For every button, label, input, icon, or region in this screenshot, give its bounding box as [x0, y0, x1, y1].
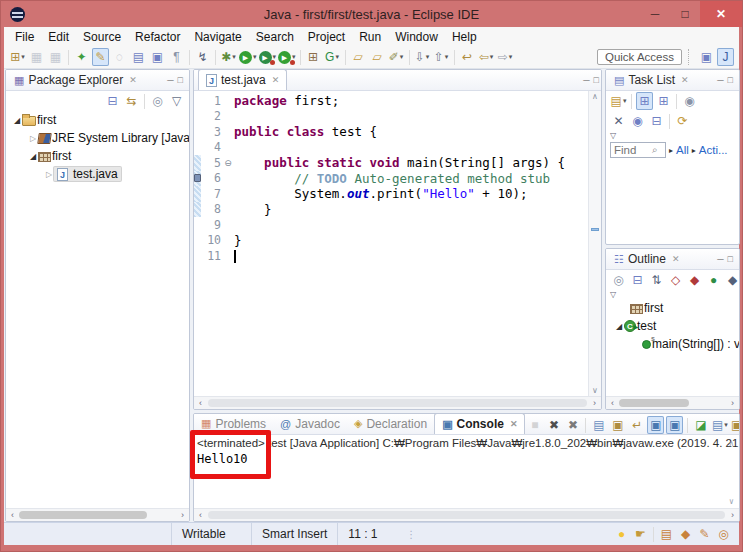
sort-icon[interactable]: ⇅ — [648, 271, 665, 289]
dropdown-arrow-icon[interactable]: ▾ — [724, 421, 728, 429]
filter-all-link[interactable]: All — [676, 144, 689, 156]
toolbar-overflow-chevron[interactable]: ▽ — [606, 131, 739, 140]
maximize-button[interactable]: □ — [670, 1, 700, 27]
collapse-all-icon[interactable]: ⊟ — [629, 271, 646, 289]
next-annotation-icon[interactable]: ⇩▾ — [414, 48, 431, 66]
link-editor-icon[interactable]: ⇆ — [123, 92, 140, 110]
close-view-icon[interactable]: ✕ — [681, 75, 689, 85]
dropdown-arrow-icon[interactable]: ▾ — [253, 53, 257, 61]
view-menu-icon[interactable]: ▽ — [168, 92, 185, 110]
minimize-editor-icon[interactable]: ─ — [583, 75, 589, 85]
console-vscrollbar[interactable]: ∧ ∨ — [726, 437, 737, 508]
minimize-button[interactable]: ─ — [640, 1, 670, 27]
outline-item-package[interactable]: first — [606, 299, 739, 317]
menu-run[interactable]: Run — [352, 29, 388, 45]
scrollbar-thumb[interactable] — [208, 511, 725, 519]
minimize-view-icon[interactable]: ─ — [717, 254, 723, 264]
scroll-right-icon[interactable]: › — [176, 510, 189, 520]
scroll-right-icon[interactable]: › — [726, 510, 739, 520]
skip-breakpoints-icon[interactable]: ◌ — [111, 48, 128, 66]
new-java-project-icon[interactable]: ⊞ — [305, 48, 322, 66]
filter-completed-icon[interactable]: ✕ — [610, 112, 627, 130]
dropdown-arrow-icon[interactable]: ▾ — [232, 53, 236, 61]
dropdown-arrow-icon[interactable]: ▾ — [400, 53, 404, 61]
collapsed-caret-icon[interactable]: ▷ — [44, 170, 54, 179]
outline-item-method[interactable]: s main(String[]) : vo — [606, 335, 739, 353]
outline-tab[interactable]: ☷ Outline ✕ — [610, 249, 683, 269]
activate-link[interactable]: Acti... — [699, 144, 728, 156]
people-icon[interactable]: ◉ — [629, 112, 646, 130]
coverage-icon[interactable]: ▶▾ — [259, 48, 277, 66]
menu-navigate[interactable]: Navigate — [187, 29, 248, 45]
search-icon[interactable]: ✐▾ — [388, 48, 405, 66]
console-hscrollbar[interactable]: ‹ › — [194, 508, 739, 521]
explorer-hscrollbar[interactable]: ‹ › — [6, 508, 189, 521]
scroll-down-icon[interactable]: ∨ — [592, 386, 598, 395]
open-perspective-icon[interactable]: ▣ — [698, 48, 715, 66]
outline-tree[interactable]: first ◢ C▶ test s main(String[]) : vo — [606, 299, 739, 396]
open-resource-icon[interactable]: ▱ — [369, 48, 386, 66]
tip-icon[interactable]: ☛ — [632, 525, 649, 543]
selected-tree-item[interactable]: J test.java — [54, 167, 121, 181]
prev-annotation-icon[interactable]: ⇧▾ — [433, 48, 450, 66]
show-whitespace-icon[interactable]: ¶ — [168, 48, 185, 66]
categorized-view-icon[interactable]: ⊞ — [636, 92, 653, 110]
close-tab-icon[interactable]: ✕ — [272, 75, 280, 85]
profile-icon[interactable]: ▶▾ — [278, 48, 296, 66]
menu-window[interactable]: Window — [388, 29, 445, 45]
run-icon[interactable]: ▶▾ — [239, 48, 257, 66]
book-icon[interactable]: ▤ — [658, 525, 675, 543]
maximize-view-icon[interactable]: □ — [728, 75, 733, 85]
debug-icon[interactable]: ✱▾ — [220, 48, 237, 66]
scroll-right-icon[interactable]: › — [726, 398, 739, 408]
selection-mode-icon[interactable]: ↯ — [194, 48, 211, 66]
maximize-view-icon[interactable]: □ — [728, 254, 733, 264]
editor-hscrollbar[interactable]: ‹ › — [194, 396, 601, 409]
menu-search[interactable]: Search — [249, 29, 301, 45]
hide-fields-icon[interactable]: ◇ — [667, 271, 684, 289]
scrollbar-thumb[interactable] — [19, 511, 147, 519]
tab-javadoc[interactable]: @Javadoc — [273, 413, 347, 434]
focus-icon[interactable]: ◎ — [610, 271, 627, 289]
menu-refactor[interactable]: Refactor — [128, 29, 187, 45]
filters-icon[interactable]: ◎ — [149, 92, 166, 110]
find-input[interactable] — [614, 144, 650, 156]
new-task-icon[interactable]: ▤▾ — [610, 92, 627, 110]
tab-console[interactable]: ▣Console✕ — [434, 413, 525, 434]
scroll-left-icon[interactable]: ‹ — [606, 398, 619, 408]
hide-nonpublic-icon[interactable]: ● — [705, 271, 722, 289]
editor-tab-test-java[interactable]: J test.java ✕ — [198, 69, 287, 90]
scrollbar-thumb[interactable] — [208, 399, 587, 407]
display-selected-console-icon[interactable]: ◪ — [692, 416, 709, 434]
scheduled-view-icon[interactable]: ⊞ — [655, 92, 672, 110]
presentation-icon[interactable]: ◉ — [681, 92, 698, 110]
open-type-icon[interactable]: ▣ — [149, 48, 166, 66]
word-wrap-icon[interactable]: ↵ — [628, 416, 645, 434]
key-icon[interactable]: ✦ — [73, 48, 90, 66]
pin-console-icon[interactable]: ▣ — [647, 416, 664, 434]
close-tab-icon[interactable]: ✕ — [510, 419, 518, 429]
forward-icon[interactable]: ⇨▾ — [497, 48, 514, 66]
toolbar-overflow-chevron[interactable]: ▽ — [606, 290, 739, 299]
expand-caret-icon[interactable]: ◢ — [28, 152, 38, 161]
remove-launch-icon[interactable]: ✖ — [545, 416, 562, 434]
task-list-tab[interactable]: ▤ Task List ✕ — [610, 70, 693, 90]
tab-declaration[interactable]: ◈Declaration — [347, 413, 434, 434]
close-view-icon[interactable]: ✕ — [672, 254, 680, 264]
quick-access-field[interactable]: Quick Access — [597, 49, 682, 65]
scroll-left-icon[interactable]: ‹ — [194, 510, 207, 520]
dropdown-arrow-icon[interactable]: ▾ — [335, 53, 339, 61]
fold-marker-icon[interactable]: ⊖ — [222, 158, 234, 168]
new-task-icon[interactable]: ▤ — [130, 48, 147, 66]
cap-icon[interactable]: ◆ — [677, 525, 694, 543]
open-console-icon[interactable]: ▤▾ — [711, 416, 728, 434]
web-icon[interactable]: ◎ — [715, 525, 732, 543]
last-edit-icon[interactable]: ↩ — [459, 48, 476, 66]
scroll-left-icon[interactable]: ‹ — [6, 510, 19, 520]
menu-project[interactable]: Project — [301, 29, 352, 45]
clear-console-icon[interactable]: ▤ — [590, 416, 607, 434]
scroll-left-icon[interactable]: ‹ — [194, 398, 207, 408]
close-button[interactable]: ✕ — [700, 1, 742, 27]
editor-vscrollbar[interactable]: ∧ ∨ — [588, 91, 601, 396]
scroll-up-icon[interactable]: ∧ — [729, 439, 734, 448]
